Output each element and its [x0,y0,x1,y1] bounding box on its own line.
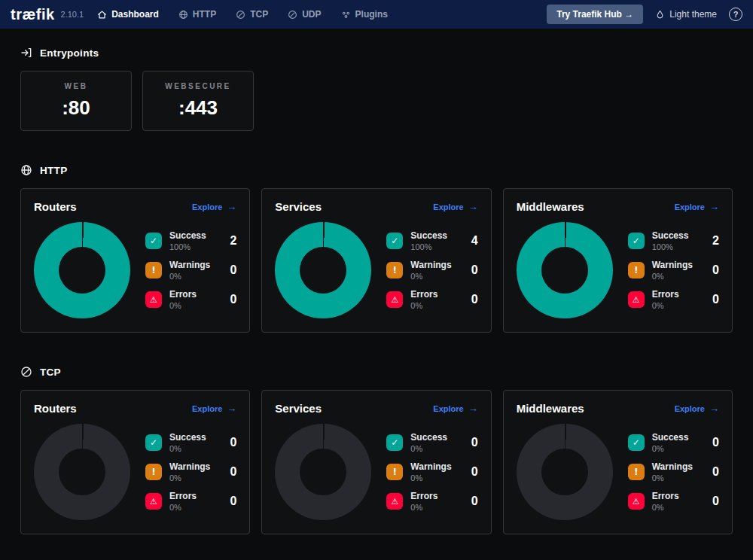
donut-chart [275,424,371,520]
tcp-cards-row: Routers Explore → ✓ Success0% 0 ! War [20,390,733,534]
stat-percent: 0% [652,473,693,482]
stat-percent: 0% [169,503,197,512]
success-check-icon: ✓ [386,233,403,249]
error-triangle-icon: ⚠ [386,493,403,510]
stat-count: 2 [712,234,719,248]
nav-label-udp: UDP [302,9,321,20]
nav-item-plugins[interactable]: Plugins [341,9,388,20]
login-arrow-icon [20,47,32,59]
stat-percent: 0% [410,473,451,482]
http-cards-row: Routers Explore → ✓ Success100% 2 ! W [20,188,733,333]
explore-label: Explore [675,404,705,413]
donut-chart [34,222,130,318]
stat-warnings: ! Warnings0% 0 [145,260,236,281]
error-triangle-icon: ⚠ [628,493,645,510]
nav-item-udp[interactable]: UDP [288,9,321,20]
help-icon[interactable]: ? [729,8,742,21]
explore-label: Explore [192,202,222,212]
stat-percent: 0% [169,444,206,453]
entrypoint-name: WEB [65,82,88,90]
stat-warnings: ! Warnings0% 0 [145,461,236,482]
traefik-logo[interactable]: træfik [11,6,55,23]
explore-label: Explore [192,404,222,413]
card-tcp-services: Services Explore → ✓ Success0% 0 ! Wa [261,390,491,534]
stat-label: Success [652,432,689,443]
stat-label: Warnings [410,461,451,472]
stat-warnings: ! Warnings0% 0 [628,461,719,482]
card-http-services: Services Explore → ✓ Success100% 4 ! [261,188,491,333]
stat-count: 0 [712,495,719,508]
stat-count: 0 [230,436,236,449]
navbar: træfik 2.10.1 Dashboard HTTP TCP [0,0,753,29]
stat-label: Errors [169,491,197,501]
stat-percent: 0% [410,301,437,310]
slash-circle-icon [236,10,245,20]
stat-label: Warnings [169,260,210,270]
entrypoints-title: Entrypoints [40,47,99,59]
explore-link[interactable]: Explore → [433,201,477,212]
stat-success: ✓ Success0% 0 [386,432,477,453]
stat-label: Warnings [652,260,693,270]
tcp-section-header: TCP [20,366,733,378]
stat-percent: 0% [410,503,437,512]
main-nav: Dashboard HTTP TCP UDP [97,9,388,20]
arrow-right-icon: → [468,201,478,212]
globe-icon [178,10,188,20]
stat-label: Success [410,230,447,241]
stat-count: 0 [712,436,719,449]
nav-label-http: HTTP [193,9,216,20]
nav-item-http[interactable]: HTTP [178,9,216,20]
explore-link[interactable]: Explore → [192,201,236,212]
explore-link[interactable]: Explore → [675,201,719,212]
globe-icon [20,164,32,176]
navbar-right: Try Traefik Hub → Light theme ? [547,5,742,24]
warning-exclamation-icon: ! [145,464,162,480]
explore-label: Explore [433,404,463,413]
stat-percent: 0% [169,272,210,281]
stat-count: 0 [712,263,719,277]
stat-count: 0 [471,495,478,508]
warning-exclamation-icon: ! [628,262,645,278]
plugins-icon [341,10,351,20]
stat-success: ✓ Success100% 4 [386,230,477,251]
explore-label: Explore [675,202,705,212]
stat-count: 2 [230,234,236,248]
entrypoint-card-websecure: WEBSECURE :443 [142,71,254,131]
entrypoint-card-web: WEB :80 [20,71,132,131]
main-content: Entrypoints WEB :80 WEBSECURE :443 HTTP … [0,29,753,534]
explore-label: Explore [433,202,463,212]
nav-label-dashboard: Dashboard [111,9,159,20]
stat-percent: 0% [652,503,679,512]
try-traefik-hub-button[interactable]: Try Traefik Hub → [547,5,643,24]
entrypoint-name: WEBSECURE [165,82,231,90]
success-check-icon: ✓ [386,434,403,451]
nav-item-tcp[interactable]: TCP [236,9,268,20]
navbar-left: træfik 2.10.1 Dashboard HTTP TCP [11,6,388,23]
entrypoint-port: :80 [62,96,90,120]
stat-success: ✓ Success100% 2 [628,230,719,251]
explore-link[interactable]: Explore → [675,403,719,414]
stat-label: Success [169,230,206,241]
stat-label: Errors [169,289,197,300]
card-title: Middlewares [517,200,584,213]
stat-count: 0 [712,465,719,479]
slash-circle-icon [288,10,297,20]
error-triangle-icon: ⚠ [386,291,403,308]
theme-toggle[interactable]: Light theme [655,9,717,20]
stat-label: Errors [652,289,679,300]
card-title: Services [275,200,322,213]
explore-link[interactable]: Explore → [433,403,477,414]
stat-label: Success [410,432,447,443]
stat-label: Success [652,230,689,241]
stat-count: 0 [230,263,236,277]
nav-item-dashboard[interactable]: Dashboard [97,9,159,20]
stat-count: 0 [712,293,719,306]
entrypoints-section-header: Entrypoints [20,47,733,59]
stat-label: Errors [410,491,437,501]
error-triangle-icon: ⚠ [628,291,645,308]
stat-count: 0 [230,465,236,479]
explore-link[interactable]: Explore → [192,403,236,414]
stat-count: 4 [471,234,478,248]
arrow-right-icon: → [468,403,478,414]
stat-label: Errors [652,491,679,501]
